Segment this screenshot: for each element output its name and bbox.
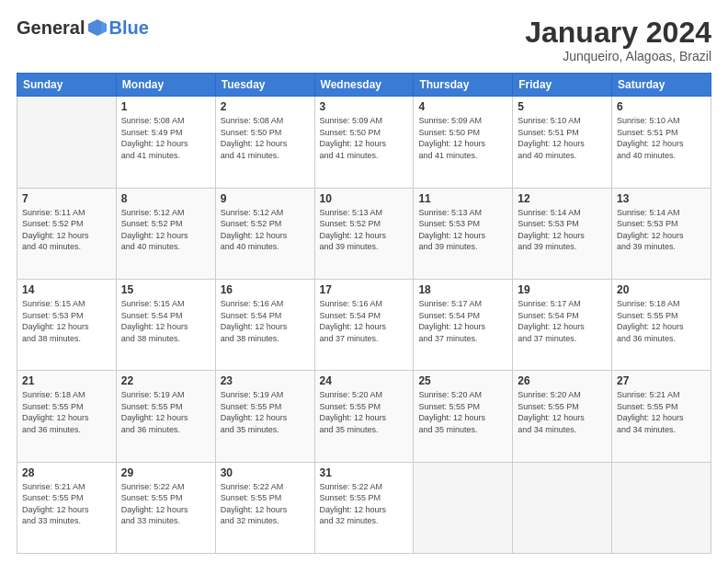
table-cell: 18Sunrise: 5:17 AM Sunset: 5:54 PM Dayli… [414,279,513,370]
day-number: 10 [320,192,409,205]
table-cell: 28Sunrise: 5:21 AM Sunset: 5:55 PM Dayli… [17,462,117,553]
calendar: Sunday Monday Tuesday Wednesday Thursday… [17,73,711,554]
table-cell: 7Sunrise: 5:11 AM Sunset: 5:52 PM Daylig… [17,188,117,279]
table-cell: 25Sunrise: 5:20 AM Sunset: 5:55 PM Dayli… [414,371,513,462]
day-number: 4 [418,100,507,113]
day-number: 23 [221,374,310,387]
day-number: 5 [518,100,607,113]
table-cell [612,462,711,553]
day-info: Sunrise: 5:09 AM Sunset: 5:50 PM Dayligh… [418,115,507,161]
table-cell: 13Sunrise: 5:14 AM Sunset: 5:53 PM Dayli… [612,188,711,279]
day-info: Sunrise: 5:12 AM Sunset: 5:52 PM Dayligh… [221,207,310,253]
day-info: Sunrise: 5:20 AM Sunset: 5:55 PM Dayligh… [320,389,409,435]
day-info: Sunrise: 5:18 AM Sunset: 5:55 PM Dayligh… [617,298,706,344]
day-number: 30 [221,466,310,479]
table-cell: 16Sunrise: 5:16 AM Sunset: 5:54 PM Dayli… [215,279,314,370]
table-cell: 23Sunrise: 5:19 AM Sunset: 5:55 PM Dayli… [215,371,314,462]
day-number: 13 [617,192,706,205]
table-cell: 5Sunrise: 5:10 AM Sunset: 5:51 PM Daylig… [513,97,612,188]
day-info: Sunrise: 5:17 AM Sunset: 5:54 PM Dayligh… [518,298,607,344]
page: General Blue January 2024 Junqueiro, Ala… [0,0,728,563]
table-cell: 11Sunrise: 5:13 AM Sunset: 5:53 PM Dayli… [414,188,513,279]
table-cell: 30Sunrise: 5:22 AM Sunset: 5:55 PM Dayli… [215,462,314,553]
table-cell: 21Sunrise: 5:18 AM Sunset: 5:55 PM Dayli… [17,371,117,462]
logo-blue: Blue [108,17,148,39]
day-number: 8 [121,192,210,205]
table-cell: 3Sunrise: 5:09 AM Sunset: 5:50 PM Daylig… [314,97,414,188]
day-info: Sunrise: 5:09 AM Sunset: 5:50 PM Dayligh… [320,115,409,161]
day-info: Sunrise: 5:16 AM Sunset: 5:54 PM Dayligh… [320,298,409,344]
day-info: Sunrise: 5:08 AM Sunset: 5:49 PM Dayligh… [121,115,210,161]
day-info: Sunrise: 5:10 AM Sunset: 5:51 PM Dayligh… [518,115,607,161]
table-cell: 29Sunrise: 5:22 AM Sunset: 5:55 PM Dayli… [116,462,215,553]
table-cell: 26Sunrise: 5:20 AM Sunset: 5:55 PM Dayli… [513,371,612,462]
day-number: 17 [320,283,409,296]
table-cell: 14Sunrise: 5:15 AM Sunset: 5:53 PM Dayli… [17,279,117,370]
day-info: Sunrise: 5:16 AM Sunset: 5:54 PM Dayligh… [221,298,310,344]
day-number: 27 [617,374,706,387]
day-number: 31 [320,466,409,479]
header-friday: Friday [513,74,612,97]
day-number: 15 [121,283,210,296]
table-cell: 27Sunrise: 5:21 AM Sunset: 5:55 PM Dayli… [612,371,711,462]
day-number: 12 [518,192,607,205]
table-cell: 12Sunrise: 5:14 AM Sunset: 5:53 PM Dayli… [513,188,612,279]
day-info: Sunrise: 5:19 AM Sunset: 5:55 PM Dayligh… [221,389,310,435]
table-cell: 10Sunrise: 5:13 AM Sunset: 5:52 PM Dayli… [314,188,414,279]
table-cell [17,97,117,188]
week-row-4: 28Sunrise: 5:21 AM Sunset: 5:55 PM Dayli… [17,462,711,553]
table-cell: 17Sunrise: 5:16 AM Sunset: 5:54 PM Dayli… [314,279,414,370]
day-number: 6 [617,100,706,113]
day-number: 16 [221,283,310,296]
week-row-3: 21Sunrise: 5:18 AM Sunset: 5:55 PM Dayli… [17,371,711,462]
header-monday: Monday [116,74,215,97]
header-sunday: Sunday [17,74,117,97]
logo-icon [86,17,108,39]
table-cell: 8Sunrise: 5:12 AM Sunset: 5:52 PM Daylig… [116,188,215,279]
table-cell [513,462,612,553]
table-cell: 19Sunrise: 5:17 AM Sunset: 5:54 PM Dayli… [513,279,612,370]
day-number: 7 [22,192,111,205]
day-info: Sunrise: 5:12 AM Sunset: 5:52 PM Dayligh… [121,207,210,253]
month-title: January 2024 [525,17,711,49]
table-cell: 24Sunrise: 5:20 AM Sunset: 5:55 PM Dayli… [314,371,414,462]
title-block: January 2024 Junqueiro, Alagoas, Brazil [525,17,711,63]
day-info: Sunrise: 5:11 AM Sunset: 5:52 PM Dayligh… [22,207,111,253]
day-info: Sunrise: 5:15 AM Sunset: 5:54 PM Dayligh… [121,298,210,344]
table-cell: 4Sunrise: 5:09 AM Sunset: 5:50 PM Daylig… [414,97,513,188]
location: Junqueiro, Alagoas, Brazil [525,49,711,63]
table-cell: 20Sunrise: 5:18 AM Sunset: 5:55 PM Dayli… [612,279,711,370]
header-tuesday: Tuesday [215,74,314,97]
day-number: 29 [121,466,210,479]
table-cell: 9Sunrise: 5:12 AM Sunset: 5:52 PM Daylig… [215,188,314,279]
header-saturday: Saturday [612,74,711,97]
day-number: 26 [518,374,607,387]
day-info: Sunrise: 5:22 AM Sunset: 5:55 PM Dayligh… [320,481,409,527]
day-info: Sunrise: 5:14 AM Sunset: 5:53 PM Dayligh… [518,207,607,253]
table-cell [414,462,513,553]
day-number: 14 [22,283,111,296]
table-cell: 1Sunrise: 5:08 AM Sunset: 5:49 PM Daylig… [116,97,215,188]
day-number: 11 [418,192,507,205]
table-cell: 2Sunrise: 5:08 AM Sunset: 5:50 PM Daylig… [215,97,314,188]
week-row-0: 1Sunrise: 5:08 AM Sunset: 5:49 PM Daylig… [17,97,711,188]
logo: General Blue [17,17,149,39]
day-info: Sunrise: 5:22 AM Sunset: 5:55 PM Dayligh… [121,481,210,527]
day-info: Sunrise: 5:21 AM Sunset: 5:55 PM Dayligh… [22,481,111,527]
day-number: 25 [418,374,507,387]
day-info: Sunrise: 5:14 AM Sunset: 5:53 PM Dayligh… [617,207,706,253]
day-info: Sunrise: 5:21 AM Sunset: 5:55 PM Dayligh… [617,389,706,435]
day-info: Sunrise: 5:08 AM Sunset: 5:50 PM Dayligh… [221,115,310,161]
day-number: 1 [121,100,210,113]
day-info: Sunrise: 5:13 AM Sunset: 5:52 PM Dayligh… [320,207,409,253]
svg-marker-1 [101,21,107,34]
header: General Blue January 2024 Junqueiro, Ala… [17,17,711,63]
table-cell: 22Sunrise: 5:19 AM Sunset: 5:55 PM Dayli… [116,371,215,462]
day-number: 22 [121,374,210,387]
day-info: Sunrise: 5:20 AM Sunset: 5:55 PM Dayligh… [418,389,507,435]
header-wednesday: Wednesday [314,74,414,97]
day-number: 20 [617,283,706,296]
weekday-header-row: Sunday Monday Tuesday Wednesday Thursday… [17,74,711,97]
day-info: Sunrise: 5:15 AM Sunset: 5:53 PM Dayligh… [22,298,111,344]
day-info: Sunrise: 5:17 AM Sunset: 5:54 PM Dayligh… [418,298,507,344]
